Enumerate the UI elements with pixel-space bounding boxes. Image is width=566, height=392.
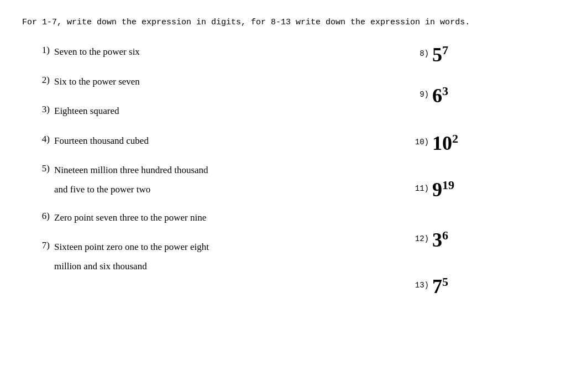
answer-9-exponent: 3 [442, 84, 448, 98]
question-5-number: 5) [33, 163, 50, 174]
answer-9-base: 6 [432, 85, 442, 107]
question-1: 1) Seven to the power six [33, 45, 389, 59]
question-3: 3) Eighteen squared [33, 104, 389, 118]
answer-8-exponent: 7 [442, 43, 448, 57]
answer-10-exponent: 2 [452, 132, 458, 145]
question-5-text: Nineteen million three hundred thousand [54, 163, 208, 177]
question-5-continuation: and five to the power two [33, 184, 150, 195]
right-column: 8) 57 9) 63 10) 102 11) 919 [389, 45, 544, 317]
answer-11: 11) 919 [411, 180, 544, 200]
answer-9: 9) 63 [411, 86, 544, 106]
question-5: 5) Nineteen million three hundred thousa… [33, 163, 389, 195]
question-3-number: 3) [33, 104, 50, 115]
question-2: 2) Six to the power seven [33, 75, 389, 89]
answer-13-number: 13) [411, 276, 429, 290]
question-3-text: Eighteen squared [54, 104, 119, 118]
answer-12-base: 3 [432, 229, 442, 251]
question-1-text: Seven to the power six [54, 45, 140, 59]
answer-10-number: 10) [411, 133, 429, 147]
answer-11-exponent: 19 [442, 178, 454, 192]
answer-13-base: 7 [432, 275, 442, 297]
answer-13: 13) 75 [411, 276, 544, 296]
answer-13-exponent: 5 [442, 275, 448, 289]
answer-12-exponent: 6 [442, 228, 448, 242]
question-7-first-line: 7) Sixteen point zero one to the power e… [33, 240, 209, 254]
question-4-number: 4) [33, 134, 50, 145]
answer-12: 12) 36 [411, 230, 544, 250]
question-7-number: 7) [33, 240, 50, 251]
question-5-first-line: 5) Nineteen million three hundred thousa… [33, 163, 208, 177]
answer-13-expression: 75 [432, 276, 448, 296]
answer-9-expression: 63 [432, 86, 448, 106]
answer-8-base: 5 [432, 44, 442, 66]
content: 1) Seven to the power six 2) Six to the … [22, 45, 544, 317]
answer-11-expression: 919 [432, 180, 454, 200]
question-6-number: 6) [33, 211, 50, 222]
question-7-text: Sixteen point zero one to the power eigh… [54, 240, 209, 254]
answer-12-expression: 36 [432, 230, 448, 250]
question-4: 4) Fourteen thousand cubed [33, 134, 389, 148]
question-6: 6) Zero point seven three to the power n… [33, 211, 389, 225]
answer-10-expression: 102 [432, 133, 458, 153]
answer-10-base: 10 [432, 132, 452, 154]
answer-11-number: 11) [411, 180, 429, 193]
question-1-number: 1) [33, 45, 50, 56]
answer-9-number: 9) [411, 86, 429, 99]
question-6-text: Zero point seven three to the power nine [54, 211, 206, 225]
answer-12-number: 12) [411, 230, 429, 243]
answer-8-expression: 57 [432, 45, 448, 65]
answer-10: 10) 102 [411, 133, 544, 153]
question-7-continuation: million and six thousand [33, 261, 147, 272]
question-2-number: 2) [33, 75, 50, 86]
question-4-text: Fourteen thousand cubed [54, 134, 149, 148]
answer-8: 8) 57 [411, 45, 544, 65]
question-2-text: Six to the power seven [54, 75, 140, 89]
answer-11-base: 9 [432, 179, 442, 201]
left-column: 1) Seven to the power six 2) Six to the … [22, 45, 389, 317]
answer-8-number: 8) [411, 45, 429, 58]
instructions: For 1-7, write down the expression in di… [22, 17, 544, 28]
question-7: 7) Sixteen point zero one to the power e… [33, 240, 389, 272]
